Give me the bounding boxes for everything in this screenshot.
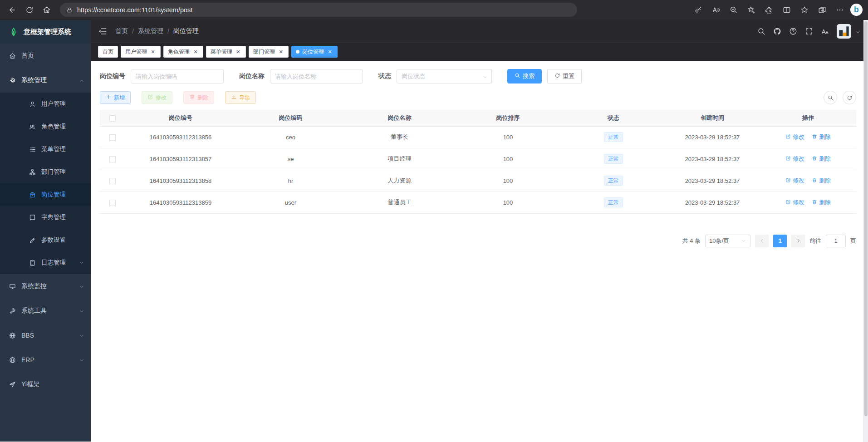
tab-home[interactable]: 首页 [98, 46, 118, 58]
sidebar-item-label: 首页 [21, 52, 34, 60]
sidebar-toggle-icon[interactable] [98, 27, 107, 36]
sidebar-item-erp[interactable]: ERP [0, 348, 91, 372]
row-checkbox[interactable] [109, 178, 116, 184]
gear-icon [9, 77, 16, 84]
zoom-icon[interactable] [726, 3, 741, 17]
toggle-search-button[interactable] [824, 91, 837, 104]
window-scrollbar[interactable] [863, 20, 868, 442]
github-icon[interactable] [773, 27, 781, 35]
refresh-page-icon[interactable] [22, 2, 37, 18]
browser-home-icon[interactable] [39, 2, 54, 18]
export-button[interactable]: 导出 [225, 91, 256, 104]
cell-create-time: 2023-03-29 18:52:37 [665, 170, 760, 192]
sidebar-item-label: 系统监控 [21, 282, 47, 290]
tab-close-icon[interactable]: × [278, 49, 284, 55]
sidebar-item-yi[interactable]: Yi框架 [0, 372, 91, 397]
row-checkbox[interactable] [109, 134, 116, 141]
back-icon[interactable] [5, 2, 20, 18]
delete-button[interactable]: 删除 [183, 91, 214, 104]
tab-user[interactable]: 用户管理× [121, 46, 161, 58]
row-checkbox[interactable] [109, 200, 116, 206]
row-edit-link[interactable]: 修改 [785, 155, 804, 163]
sidebar-item-user[interactable]: 用户管理 [0, 93, 91, 115]
split-screen-icon[interactable] [780, 3, 794, 17]
scrollbar-thumb[interactable] [864, 21, 868, 416]
app-logo[interactable]: 意框架管理系统 [0, 20, 91, 44]
tab-close-icon[interactable]: × [327, 49, 333, 55]
table-row[interactable]: 1641030593112313859user普通员工100正常2023-03-… [100, 192, 856, 213]
add-button[interactable]: 新增 [100, 91, 131, 104]
saved-passwords-icon[interactable] [691, 3, 706, 17]
sidebar-item-post[interactable]: 岗位管理 [0, 183, 91, 206]
row-edit-link[interactable]: 修改 [785, 198, 804, 206]
post-code-input[interactable] [136, 73, 219, 80]
page-size-select[interactable]: 10条/页 [705, 235, 750, 247]
user-menu-caret-icon[interactable] [855, 29, 861, 34]
tab-post[interactable]: 岗位管理× [291, 46, 338, 58]
table-row[interactable]: 1641030593112313856ceo董事长100正常2023-03-29… [100, 126, 856, 148]
tab-dept[interactable]: 部门管理× [249, 46, 289, 58]
tab-menu[interactable]: 菜单管理× [206, 46, 246, 58]
refresh-table-button[interactable] [843, 91, 856, 104]
search-button[interactable]: 搜索 [507, 69, 542, 83]
cell-post-code: se [236, 148, 345, 170]
next-page-button[interactable] [791, 235, 805, 247]
url-text[interactable]: https://ccnetcore.com:1101/system/post [77, 6, 192, 14]
extensions-icon[interactable] [762, 3, 776, 17]
edit-icon [785, 134, 791, 141]
user-avatar[interactable] [837, 24, 851, 39]
search-icon[interactable] [757, 27, 765, 35]
post-code-field: 岗位编号 [100, 69, 224, 83]
sidebar-item-label: 系统工具 [21, 307, 47, 315]
edit-button[interactable]: 修改 [142, 91, 172, 104]
tab-close-icon[interactable]: × [235, 49, 241, 55]
sidebar-item-dict[interactable]: 字典管理 [0, 206, 91, 229]
sidebar-item-param[interactable]: 参数设置 [0, 229, 91, 251]
more-options-icon[interactable] [833, 3, 847, 17]
add-favorite-icon[interactable] [744, 3, 759, 17]
page-number-button[interactable]: 1 [773, 235, 787, 247]
read-aloud-icon[interactable] [709, 3, 723, 17]
address-bar[interactable]: https://ccnetcore.com:1101/system/post [60, 3, 577, 17]
sidebar-item-label: Yi框架 [21, 380, 39, 388]
fullscreen-icon[interactable] [805, 27, 813, 35]
sidebar-item-log[interactable]: 日志管理 [0, 251, 91, 274]
bing-icon[interactable] [850, 4, 863, 16]
row-delete-link[interactable]: 删除 [812, 177, 831, 185]
table-row[interactable]: 1641030593112313858hr人力资源100正常2023-03-29… [100, 170, 856, 192]
sidebar-item-menu[interactable]: 菜单管理 [0, 138, 91, 161]
row-delete-link[interactable]: 删除 [812, 155, 831, 163]
tab-close-icon[interactable]: × [150, 49, 156, 55]
status-select[interactable]: 岗位状态 [397, 69, 492, 83]
cell-post-name: 董事长 [345, 126, 454, 148]
sidebar-item-monitor[interactable]: 系统监控 [0, 274, 91, 299]
sidebar-item-home[interactable]: 首页 [0, 44, 91, 68]
breadcrumb-item[interactable]: 岗位管理 [173, 27, 199, 35]
sidebar-item-role[interactable]: 角色管理 [0, 115, 91, 138]
post-name-input[interactable] [275, 73, 358, 80]
breadcrumb-item[interactable]: 系统管理 [138, 27, 163, 35]
row-edit-link[interactable]: 修改 [785, 177, 804, 185]
book-icon [29, 214, 36, 221]
sidebar-item-system[interactable]: 系统管理 [0, 68, 91, 93]
row-checkbox[interactable] [109, 156, 116, 162]
row-delete-link[interactable]: 删除 [812, 198, 831, 206]
reset-button[interactable]: 重置 [547, 69, 582, 83]
tab-role[interactable]: 角色管理× [163, 46, 203, 58]
select-all-checkbox[interactable] [109, 115, 116, 122]
sidebar-item-dept[interactable]: 部门管理 [0, 161, 91, 183]
table-row[interactable]: 1641030593112313857se项目经理100正常2023-03-29… [100, 148, 856, 170]
sidebar-item-bbs[interactable]: BBS [0, 323, 91, 348]
favorites-bar-icon[interactable] [797, 3, 812, 17]
tab-close-icon[interactable]: × [192, 49, 199, 55]
prev-page-button[interactable] [755, 235, 769, 247]
goto-page-input[interactable] [826, 235, 846, 247]
sidebar-item-tool[interactable]: 系统工具 [0, 299, 91, 323]
lock-icon[interactable] [66, 7, 73, 13]
row-delete-link[interactable]: 删除 [812, 133, 831, 141]
row-edit-link[interactable]: 修改 [785, 133, 804, 141]
font-size-icon[interactable] [821, 27, 829, 35]
breadcrumb-item[interactable]: 首页 [115, 27, 128, 35]
collections-icon[interactable] [815, 3, 829, 17]
help-icon[interactable] [789, 27, 797, 35]
